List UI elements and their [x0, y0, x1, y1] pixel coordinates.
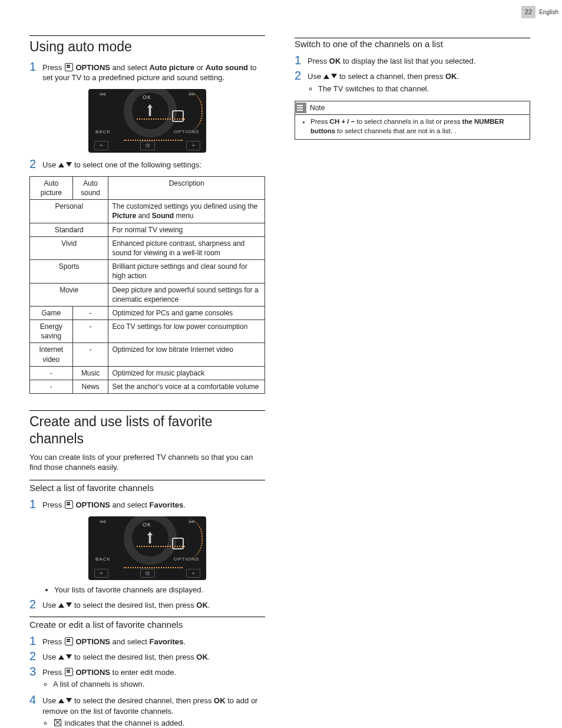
mode-description: For normal TV viewing	[108, 223, 265, 236]
table-row: -NewsSet the anchor's voice at a comfort…	[30, 380, 265, 394]
down-arrow-icon	[66, 698, 72, 703]
steps-select-list: 1 Press OPTIONS and select Favorites.	[29, 498, 265, 510]
table-row: Energy saving-Eco TV settings for low po…	[30, 320, 265, 343]
auto-mode-table: Auto picture Auto sound Description Pers…	[29, 176, 265, 394]
page: 22English Using auto mode 1 Press OPTION…	[0, 0, 562, 728]
mode-sound: Music	[72, 366, 108, 380]
step-number: 1	[29, 60, 42, 73]
subsection-select-list: Select a list of favorite channels	[29, 480, 265, 494]
up-arrow-icon	[58, 699, 64, 703]
mode-sound: -	[72, 306, 108, 319]
left-column: Using auto mode 1 Press OPTIONS and sele…	[29, 35, 265, 728]
checked-box-icon	[54, 719, 61, 726]
step-body: Use to select a channel, then press OK. …	[308, 69, 530, 95]
th-auto-picture: Auto picture	[30, 176, 73, 199]
mode-sound: -	[72, 343, 108, 366]
note-box: Note Press CH + / − to select channels i…	[295, 101, 530, 140]
mode-description: Optimized for PCs and game consoles	[108, 306, 265, 319]
table-row: Game-Optimized for PCs and game consoles	[30, 306, 265, 319]
note-title: Note	[310, 103, 325, 113]
mode-name: Vivid	[30, 236, 108, 259]
right-column: Switch to one of the channels on a list …	[295, 35, 530, 728]
remote-illustration: OK BACK OPTIONS +⧉+	[88, 516, 206, 580]
down-arrow-icon	[66, 654, 72, 659]
th-auto-sound: Auto sound	[72, 176, 108, 199]
mode-description: Optimized for music playback	[108, 366, 265, 380]
step-number: 2	[29, 650, 42, 663]
mode-description: Enhanced picture contrast, sharpness and…	[108, 236, 265, 259]
mode-picture: -	[30, 380, 73, 394]
language-label: English	[535, 6, 562, 18]
down-arrow-icon	[66, 162, 72, 167]
options-icon	[65, 637, 73, 645]
intro-text: You can create lists of your preferred T…	[29, 452, 265, 473]
step-number: 2	[29, 598, 42, 611]
step-body: Press OPTIONS and select Auto picture or…	[42, 60, 265, 83]
step-body: Use to select the desired list, then pre…	[42, 598, 265, 611]
options-icon	[65, 500, 73, 509]
subsection-create-edit: Create or edit a list of favorite channe…	[29, 617, 265, 631]
table-row: PersonalThe customized settings you defi…	[30, 200, 265, 223]
subsection-switch-channel: Switch to one of the channels on a list	[295, 38, 530, 50]
note-icon	[295, 103, 306, 113]
mode-description: Eco TV settings for low power consumptio…	[108, 320, 265, 343]
table-row: VividEnhanced picture contrast, sharpnes…	[30, 236, 265, 259]
up-arrow-icon	[323, 74, 329, 79]
table-row: MovieDeep picture and powerful sound set…	[30, 283, 265, 306]
section-using-auto-mode: Using auto mode	[29, 35, 265, 55]
step-number: 4	[29, 693, 42, 706]
table-row: Internet video-Optimized for low bitrate…	[30, 343, 265, 366]
up-arrow-icon	[58, 655, 64, 660]
mode-picture: Game	[30, 306, 73, 319]
up-arrow-icon	[58, 603, 64, 608]
step-number: 3	[29, 665, 42, 678]
steps-auto-mode: 1 Press OPTIONS and select Auto picture …	[29, 60, 265, 83]
step-number: 1	[295, 54, 308, 67]
mode-description: Brilliant picture settings and clear sou…	[108, 260, 265, 283]
step-body: Use to select the desired list, then pre…	[42, 650, 265, 663]
step-number: 2	[29, 157, 42, 170]
table-row: SportsBrilliant picture settings and cle…	[30, 260, 265, 283]
table-row: StandardFor normal TV viewing	[30, 223, 265, 236]
mode-sound: News	[72, 380, 108, 394]
mode-name: Sports	[30, 260, 108, 283]
page-header: 22English	[521, 6, 562, 18]
mode-description: Set the anchor's voice at a comfortable …	[108, 380, 265, 394]
steps-switch: 1 Press OK to display the last list that…	[295, 54, 530, 95]
mode-name: Standard	[30, 223, 108, 236]
sub-bullet: Your lists of favorite channels are disp…	[54, 585, 265, 595]
step-number: 2	[295, 69, 308, 82]
mode-description: Deep picture and powerful sound settings…	[108, 283, 265, 306]
mode-name: Personal	[30, 200, 108, 223]
th-description: Description	[108, 176, 265, 199]
step-body: Press OPTIONS and select Favorites.	[42, 634, 265, 647]
step-body: Press OPTIONS and select Favorites.	[42, 498, 265, 510]
step-number: 1	[29, 634, 42, 647]
mode-picture: Internet video	[30, 343, 73, 366]
down-arrow-icon	[66, 602, 72, 607]
options-icon	[65, 668, 73, 676]
remote-illustration: OK BACK OPTIONS +⧉+	[88, 89, 206, 153]
mode-name: Movie	[30, 283, 108, 306]
page-number: 22	[521, 6, 535, 18]
step-number: 1	[29, 498, 42, 510]
table-row: -MusicOptimized for music playback	[30, 366, 265, 380]
mode-sound: -	[72, 320, 108, 343]
step-body: Use to select the desired channel, then …	[42, 693, 265, 728]
note-body: Press CH + / − to select channels in a l…	[295, 114, 530, 139]
up-arrow-icon	[58, 163, 64, 167]
mode-picture: -	[30, 366, 73, 380]
step-body: Press OK to display the last list that y…	[308, 54, 530, 67]
step-body: Press OPTIONS to enter edit mode. A list…	[42, 665, 265, 691]
down-arrow-icon	[331, 74, 337, 78]
options-icon	[65, 63, 73, 71]
mode-description: The customized settings you defined usin…	[108, 200, 265, 223]
steps-create-edit: 1 Press OPTIONS and select Favorites. 2 …	[29, 634, 265, 728]
steps-select-list-2: 2 Use to select the desired list, then p…	[29, 598, 265, 611]
mode-description: Optimized for low bitrate Internet video	[108, 343, 265, 366]
section-favorite-channels: Create and use lists of favorite channel…	[29, 410, 265, 447]
step-body: Use to select one of the following setti…	[42, 157, 265, 170]
mode-picture: Energy saving	[30, 320, 73, 343]
steps-auto-mode-2: 2 Use to select one of the following set…	[29, 157, 265, 170]
